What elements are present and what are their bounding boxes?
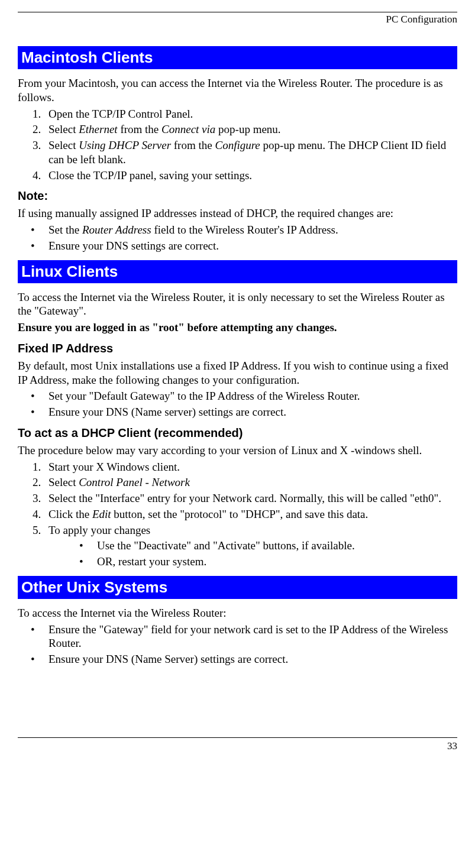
linux-intro: To access the Internet via the Wireless …: [18, 290, 457, 319]
list-item: Open the TCP/IP Control Panel.: [44, 107, 457, 121]
section-heading-linux: Linux Clients: [18, 260, 457, 283]
note-intro: If using manually assigned IP addresses …: [18, 206, 457, 221]
list-item: Select the "Interface" entry for your Ne…: [44, 491, 457, 506]
dhcp-s5-sub: Use the "Deactivate" and "Activate" butt…: [66, 539, 457, 569]
list-item: Ensure the "Gateway" field for your netw…: [31, 623, 457, 651]
list-item: Start your X Windows client.: [44, 460, 457, 474]
list-item: Set the Router Address field to the Wire…: [31, 223, 457, 237]
list-item: Ensure your DNS (Name server) settings a…: [31, 405, 457, 419]
list-item: Close the TCP/IP panel, saving your sett…: [44, 169, 457, 183]
other-bullets: Ensure the "Gateway" field for your netw…: [18, 623, 457, 666]
list-item: Select Using DHCP Server from the Config…: [44, 138, 457, 167]
list-item: Use the "Deactivate" and "Activate" butt…: [79, 539, 457, 553]
section-heading-other-unix: Other Unix Systems: [18, 576, 457, 599]
list-item: To apply your changes Use the "Deactivat…: [44, 523, 457, 569]
list-item: Click the Edit button, set the "protocol…: [44, 507, 457, 522]
fixed-ip-intro: By default, most Unix installations use …: [18, 359, 457, 387]
page-header: PC Configuration: [18, 12, 457, 25]
list-item: Select Ethernet from the Connect via pop…: [44, 122, 457, 137]
dhcp-heading: To act as a DHCP Client (recommended): [18, 426, 457, 440]
dhcp-intro: The procedure below may vary according t…: [18, 443, 457, 458]
page-content: PC Configuration Macintosh Clients From …: [0, 12, 475, 764]
list-item: Select Control Panel - Network: [44, 475, 457, 490]
list-item: Ensure your DNS settings are correct.: [31, 239, 457, 253]
list-item: Ensure your DNS (Name Server) settings a…: [31, 652, 457, 666]
dhcp-steps: Start your X Windows client. Select Cont…: [18, 460, 457, 569]
fixed-ip-bullets: Set your "Default Gateway" to the IP Add…: [18, 389, 457, 419]
note-bullets: Set the Router Address field to the Wire…: [18, 223, 457, 253]
other-intro: To access the Internet via the Wireless …: [18, 606, 457, 620]
fixed-ip-heading: Fixed IP Address: [18, 342, 457, 355]
list-item: Set your "Default Gateway" to the IP Add…: [31, 389, 457, 403]
mac-intro: From your Macintosh, you can access the …: [18, 76, 457, 105]
page-number: 33: [447, 740, 457, 752]
header-title: PC Configuration: [386, 14, 457, 25]
page-footer: 33: [18, 737, 457, 764]
mac-steps: Open the TCP/IP Control Panel. Select Et…: [18, 107, 457, 183]
linux-bold-line: Ensure you are logged in as "root" befor…: [18, 320, 457, 335]
note-heading: Note:: [18, 189, 457, 203]
section-heading-macintosh: Macintosh Clients: [18, 46, 457, 69]
list-item: OR, restart your system.: [79, 555, 457, 569]
